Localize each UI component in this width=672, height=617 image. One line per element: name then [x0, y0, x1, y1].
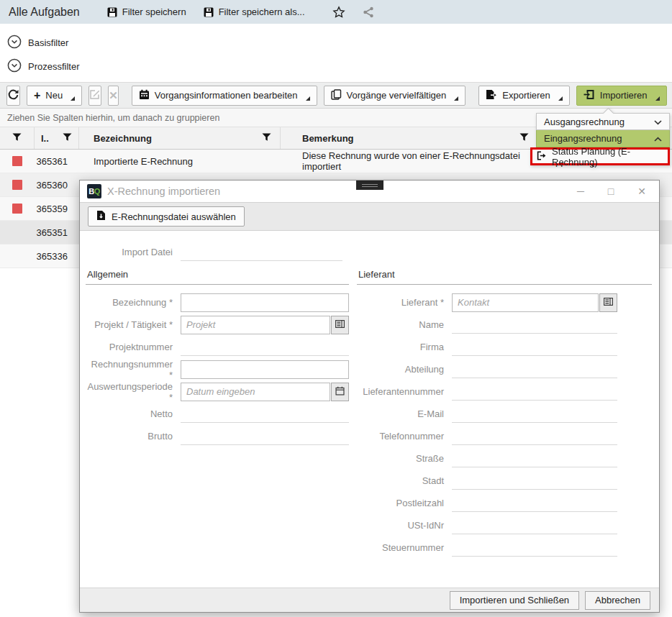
field-label: Telefonnummer: [357, 431, 452, 442]
maximize-icon[interactable]: □: [608, 186, 614, 197]
prozessfilter-toggle[interactable]: Prozessfilter: [7, 55, 672, 78]
close-icon[interactable]: ✕: [637, 186, 646, 197]
exportieren-button[interactable]: Exportieren: [478, 86, 569, 106]
field-label: Steuernummer: [357, 542, 452, 553]
bezeichnung-input[interactable]: [181, 294, 348, 311]
flag-cell: [0, 244, 35, 268]
lieferant-input[interactable]: [453, 294, 598, 311]
field-label: Projekt / Tätigkeit *: [86, 319, 181, 330]
lieferantennummer-input[interactable]: [452, 383, 617, 400]
field-label: Firma: [357, 342, 452, 352]
importieren-button[interactable]: Importieren: [576, 86, 667, 106]
column-bezeichnung[interactable]: Bezeichnung: [79, 127, 281, 149]
vervielfaeltigen-button[interactable]: Vorgänge vervielfältigen: [324, 86, 466, 106]
projektnummer-input[interactable]: [181, 338, 349, 355]
brutto-input[interactable]: [181, 427, 349, 444]
firma-input[interactable]: [452, 338, 617, 355]
copy-icon: [331, 89, 342, 102]
auswertungsperiode-input[interactable]: [181, 383, 330, 401]
cancel-button[interactable]: Abbrechen: [585, 591, 650, 610]
chevron-down-circle-icon: [7, 35, 22, 51]
stadt-input[interactable]: [452, 472, 617, 489]
refresh-icon: [7, 88, 19, 103]
column-bemerkung[interactable]: Bemerkung: [281, 127, 538, 149]
chevron-down-icon: [654, 116, 662, 127]
column-id-label: I..: [41, 133, 49, 144]
email-input[interactable]: [452, 405, 617, 422]
lieferant-lookup-button[interactable]: [599, 293, 617, 312]
delete-button-disabled[interactable]: ✕: [108, 86, 119, 106]
lookup-list-icon: [604, 297, 613, 308]
save-filter-label: Filter speichern: [122, 6, 186, 17]
star-icon: [332, 6, 345, 19]
save-filter-as-button[interactable]: Filter speichern als...: [195, 0, 314, 24]
field-auswertungsperiode: Auswertungsperiode *: [86, 380, 349, 403]
edit-pencil-icon: [89, 88, 101, 102]
field-projektnummer: Projektnummer: [86, 336, 349, 358]
share-icon: [363, 6, 374, 18]
filter-funnel-icon[interactable]: [519, 133, 529, 144]
field-postleitzahl: Postleitzahl: [357, 492, 652, 514]
projekt-lookup-button[interactable]: [331, 316, 349, 334]
steuernummer-input[interactable]: [452, 539, 617, 556]
field-abteilung: Abteilung: [357, 358, 652, 380]
telefonnummer-input[interactable]: [452, 427, 617, 444]
dialog-toolbar: E-Rechnungsdatei auswählen: [80, 202, 659, 231]
field-label: Abteilung: [357, 364, 452, 375]
date-picker-button[interactable]: [331, 383, 349, 401]
flag-cell: [0, 173, 35, 196]
postleitzahl-input[interactable]: [452, 494, 617, 511]
basisfilter-toggle[interactable]: Basisfilter: [7, 31, 672, 55]
ust-idnr-input[interactable]: [452, 516, 617, 534]
import-icon: [584, 89, 595, 102]
floppy-disk-icon: [107, 7, 117, 17]
projekt-input[interactable]: [181, 316, 330, 334]
import-and-close-button[interactable]: Importieren und Schließen: [450, 591, 579, 610]
minimize-icon[interactable]: ─: [577, 186, 584, 197]
strasse-input[interactable]: [452, 449, 617, 467]
field-projekt-taetigkeit: Projekt / Tätigkeit *: [86, 314, 349, 336]
name-input[interactable]: [452, 316, 617, 333]
vorgangsinformationen-button[interactable]: Vorgangsinformationen bearbeiten: [132, 86, 317, 106]
filter-funnel-icon[interactable]: [262, 133, 271, 144]
field-stadt: Stadt: [357, 470, 652, 492]
filter-funnel-icon[interactable]: [12, 133, 22, 144]
field-label: Postleitzahl: [357, 498, 452, 508]
neu-label: Neu: [45, 90, 63, 101]
save-filter-button[interactable]: Filter speichern: [99, 0, 195, 24]
id-cell: 365359: [35, 197, 79, 220]
flag-cell: [0, 197, 35, 220]
favorite-star-button[interactable]: [324, 6, 354, 19]
refresh-button[interactable]: [6, 86, 20, 106]
dialog-drag-handle[interactable]: [356, 180, 383, 190]
plus-icon: +: [34, 90, 40, 101]
column-flag: [0, 127, 35, 149]
neu-button[interactable]: + Neu: [27, 86, 82, 106]
id-cell: 365336: [35, 244, 79, 268]
field-bezeichnung: Bezeichnung *: [86, 291, 349, 314]
abteilung-input[interactable]: [452, 360, 617, 378]
menu-item-ausgangsrechnung[interactable]: Ausgangsrechnung: [536, 113, 670, 130]
submenu-corner-icon: [71, 96, 75, 101]
field-rechnungsnummer: Rechnungsnummer *: [86, 358, 349, 380]
share-button[interactable]: [354, 6, 383, 18]
field-strasse: Straße: [357, 447, 652, 470]
choose-e-rechnung-file-button[interactable]: E-Rechnungsdatei auswählen: [88, 206, 245, 227]
menu-item-eingangsrechnung[interactable]: Eingangsrechnung: [536, 130, 670, 147]
submenu-corner-icon: [558, 96, 563, 101]
menu-item-status-planung[interactable]: Status Planung (E-Rechnung): [530, 147, 670, 165]
section-lieferant: Lieferant: [357, 265, 652, 285]
import-datei-input[interactable]: [181, 243, 342, 260]
column-id[interactable]: I..: [35, 127, 79, 149]
status-planung-label: Status Planung (E-Rechnung): [552, 146, 663, 168]
field-netto: Netto: [86, 403, 349, 425]
flag-cell: [0, 150, 35, 173]
rechnungsnummer-input[interactable]: [181, 361, 348, 378]
netto-input[interactable]: [181, 405, 349, 422]
column-bemerkung-label: Bemerkung: [302, 133, 354, 144]
field-email: E-Mail: [357, 403, 652, 425]
filter-funnel-icon[interactable]: [63, 133, 72, 144]
edit-button-disabled[interactable]: [88, 86, 101, 106]
ausgangsrechnung-label: Ausgangsrechnung: [544, 116, 625, 127]
field-label: Netto: [86, 408, 181, 419]
